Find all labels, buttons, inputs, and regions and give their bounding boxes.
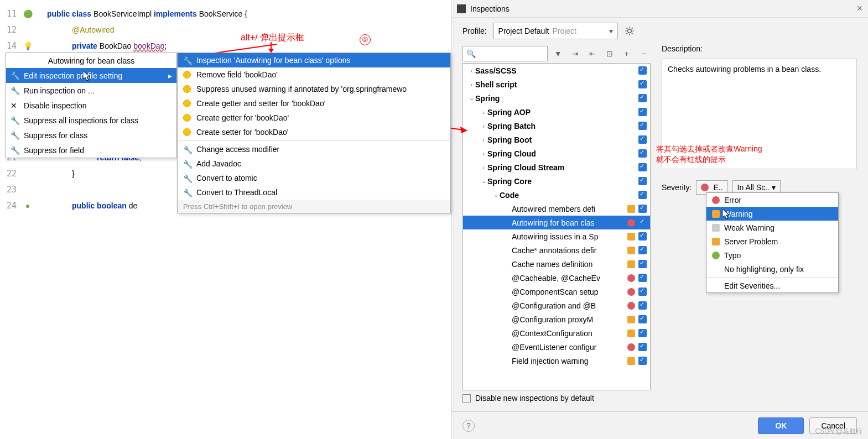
filter-icon[interactable]: ▼ [551,46,565,61]
tree-row[interactable]: ›Spring Boot [463,133,650,147]
checkbox[interactable] [638,301,647,310]
close-icon[interactable]: × [856,3,862,14]
checkbox[interactable] [638,149,647,158]
checkbox[interactable] [638,94,647,102]
reset-icon[interactable]: ⊡ [602,46,616,61]
line-number: 12 [0,25,17,35]
code-line[interactable]: public class BookServiceImpl implements … [47,6,247,22]
remove-icon[interactable]: − [637,46,651,61]
bulb-icon [183,100,191,107]
severity-icon [712,252,720,259]
checkbox[interactable] [638,329,647,337]
menu-item[interactable]: Create getter for 'bookDao' [178,111,450,125]
warning-icon [627,330,635,337]
severity-option[interactable]: Server Problem [706,234,838,248]
checkbox[interactable] [638,108,647,116]
menu-item[interactable]: 🔧Suppress for class [6,128,176,143]
menu-item[interactable]: Remove field 'bookDao' [178,67,450,82]
context-menu-1: Autowiring for bean class 🔧Edit inspecti… [6,53,177,158]
checkbox[interactable] [638,260,647,268]
menu-item[interactable]: 🔧Convert to ThreadLocal [178,185,450,200]
code-line[interactable]: @Autowired [72,22,114,38]
code-editor[interactable]: 11🟢 12 14💡 21 22 23 24● public class Boo… [0,0,451,439]
tree-row[interactable]: @ComponentScan setup [463,285,650,299]
menu-item[interactable]: Create getter and setter for 'bookDao' [178,96,450,111]
checkbox[interactable] [638,246,647,254]
menu-item[interactable]: 🔧Run inspection on ... [6,83,176,98]
tree-row[interactable]: ⌄Spring Core [463,174,650,188]
checkbox[interactable] [638,191,647,199]
tree-row[interactable]: Field injection warning [463,354,650,368]
code-line[interactable]: private BookDao bookDao; [72,38,167,54]
help-icon[interactable]: ? [462,420,475,432]
tree-row[interactable]: ›Spring Cloud Stream [463,160,650,174]
code-line[interactable]: public boolean de [72,197,137,213]
menu-item[interactable]: Create setter for 'bookDao' [178,125,450,139]
menu-item[interactable]: ✕Disable inspection [6,98,176,113]
menu-item[interactable]: 🔧Add Javadoc [178,156,450,171]
tree-row[interactable]: @EventListener configur [463,340,650,354]
tree-row[interactable]: @ContextConfiguration [463,326,650,340]
tree-row[interactable]: ›Shell script [463,77,650,91]
menu-item[interactable]: 🔧Change access modifier [178,142,450,156]
chevron-down-icon: ▾ [609,27,613,35]
code-line[interactable]: } [72,165,75,181]
profile-dropdown[interactable]: Project Default Project ▾ [493,23,618,39]
checkbox[interactable] [638,205,647,213]
tree-row[interactable]: ›Spring Cloud [463,147,650,160]
tree-row[interactable]: Cache* annotations defir [463,243,650,257]
severity-option[interactable]: No highlighting, only fix [706,262,838,276]
tree-row[interactable]: Autowired members defi [463,202,650,216]
checkbox[interactable] [638,274,647,282]
tree-row[interactable]: ⌄Spring [463,91,650,105]
tree-row[interactable]: Cache names definition [463,257,650,271]
search-input[interactable]: 🔍 [462,46,548,61]
checkbox[interactable] [638,66,647,75]
severity-option[interactable]: Weak Warning [706,221,838,234]
tree-row[interactable]: @Cacheable, @CacheEv [463,271,650,285]
wrench-icon: 🔧 [183,189,191,196]
severity-option[interactable]: Error [706,193,838,207]
checkbox[interactable] [638,288,647,296]
tree-row[interactable]: @Configuration proxyM [463,312,650,326]
checkbox[interactable] [638,163,647,171]
wrench-icon: 🔧 [183,174,191,182]
menu-item[interactable]: Suppress unused warning if annotated by … [178,82,450,96]
tree-row[interactable]: ›Spring Batch [463,119,650,133]
severity-option[interactable]: Edit Severities... [706,279,838,292]
checkbox[interactable] [638,80,647,88]
checkbox[interactable] [638,315,647,323]
tree-row[interactable]: Autowiring issues in a Sp [463,229,650,243]
checkbox[interactable] [638,122,647,130]
tree-row[interactable]: ›Spring AOP [463,105,650,119]
disable-new-row[interactable]: Disable new inspections by default [462,390,651,406]
inspections-tree[interactable]: ›Sass/SCSS›Shell script⌄Spring›Spring AO… [462,63,651,390]
add-icon[interactable]: + [620,46,633,61]
menu-item[interactable]: 🔧Suppress for field [6,143,176,158]
tree-row[interactable]: @Configuration and @B [463,299,650,312]
gear-icon[interactable] [625,26,635,36]
menu-item[interactable]: 🔧Suppress all inspections for class [6,113,176,128]
severity-label: Severity: [662,183,692,192]
tree-row[interactable]: Autowiring for bean clas [463,216,650,229]
checkbox[interactable] [638,343,647,351]
checkbox[interactable] [638,218,647,227]
inspections-titlebar: Inspections × [451,0,868,18]
bulb-icon[interactable]: 💡 [17,41,39,50]
severity-option[interactable]: Warning [706,207,838,221]
checkbox[interactable] [638,177,647,185]
checkbox[interactable] [462,394,471,403]
severity-option[interactable]: Typo [706,248,838,262]
checkbox[interactable] [638,232,647,241]
inspections-left: 🔍 ▼ ⇥ ⇤ ⊡ + − ›Sass/SCSS›Shell script⌄Sp… [462,44,651,406]
tree-row[interactable]: ›Sass/SCSS [463,64,650,77]
menu-item[interactable]: 🔧Convert to atomic [178,171,450,185]
checkbox[interactable] [638,357,647,365]
menu-item[interactable]: 🔧Inspection 'Autowiring for bean class' … [178,53,450,67]
ok-button[interactable]: OK [758,417,804,434]
tree-row[interactable]: ⌄Code [463,188,650,202]
collapse-icon[interactable]: ⇤ [585,46,599,61]
expand-icon[interactable]: ⇥ [568,46,582,61]
checkbox[interactable] [638,135,647,144]
menu-item[interactable]: 🔧Edit inspection profile setting▸ [6,68,176,83]
